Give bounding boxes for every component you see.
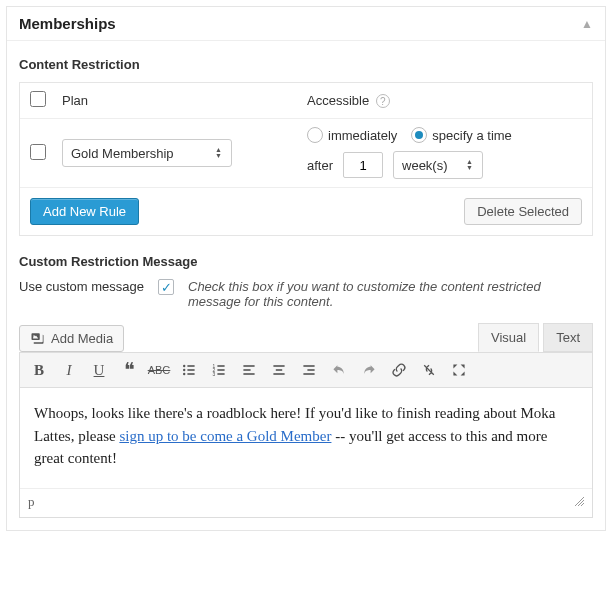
svg-text:3: 3 (213, 372, 216, 377)
svg-rect-19 (307, 369, 314, 371)
custom-message-row: Use custom message Check this box if you… (19, 279, 593, 309)
access-immediately-radio[interactable]: immediately (307, 127, 397, 143)
strikethrough-icon[interactable]: ABC (146, 357, 172, 383)
plan-select-input[interactable]: Gold Membership (63, 140, 196, 166)
align-center-icon[interactable] (266, 357, 292, 383)
blockquote-icon[interactable]: ❝ (116, 357, 142, 383)
editor-content[interactable]: Whoops, looks like there's a roadblock h… (19, 388, 593, 518)
rules-footer: Add New Rule Delete Selected (20, 187, 592, 235)
undo-icon[interactable] (326, 357, 352, 383)
radio-icon (411, 127, 427, 143)
svg-rect-12 (243, 365, 254, 367)
after-label: after (307, 158, 333, 173)
row-select-checkbox[interactable] (30, 144, 46, 160)
numbered-list-icon[interactable]: 123 (206, 357, 232, 383)
radio-label-immediately: immediately (328, 128, 397, 143)
column-header-plan: Plan (62, 93, 307, 108)
italic-icon[interactable]: I (56, 357, 82, 383)
column-header-accessible: Accessible ? (307, 93, 582, 109)
redo-icon[interactable] (356, 357, 382, 383)
bullet-list-icon[interactable] (176, 357, 202, 383)
link-icon[interactable] (386, 357, 412, 383)
align-left-icon[interactable] (236, 357, 262, 383)
svg-point-0 (183, 365, 185, 367)
align-right-icon[interactable] (296, 357, 322, 383)
svg-rect-17 (273, 373, 284, 375)
svg-rect-13 (243, 369, 250, 371)
svg-rect-1 (187, 365, 194, 367)
svg-rect-5 (187, 373, 194, 375)
panel-title: Memberships (19, 15, 116, 32)
bold-icon[interactable]: B (26, 357, 52, 383)
memberships-metabox: Memberships ▲ Content Restriction Plan A… (6, 6, 606, 531)
select-arrows-icon: ▲▼ (466, 152, 478, 178)
add-media-button[interactable]: Add Media (19, 325, 124, 352)
select-arrows-icon: ▲▼ (215, 140, 227, 166)
metabox-body: Content Restriction Plan Accessible ? (7, 41, 605, 530)
tab-text[interactable]: Text (543, 323, 593, 352)
editor-toolbar: B I U ❝ ABC 123 (19, 352, 593, 388)
delay-unit-select[interactable]: week(s) ▲▼ (393, 151, 483, 179)
add-new-rule-button[interactable]: Add New Rule (30, 198, 139, 225)
svg-rect-15 (273, 365, 284, 367)
svg-point-2 (183, 369, 185, 371)
help-icon[interactable]: ? (376, 94, 390, 108)
content-restriction-heading: Content Restriction (19, 57, 593, 72)
select-all-checkbox[interactable] (30, 91, 46, 107)
delete-selected-button[interactable]: Delete Selected (464, 198, 582, 225)
editor-path-bar: p (20, 488, 592, 515)
delay-amount-input[interactable] (343, 152, 383, 178)
svg-rect-20 (303, 373, 314, 375)
media-icon (30, 331, 45, 346)
editor-top-bar: Add Media Visual Text (19, 323, 593, 352)
svg-rect-9 (217, 369, 224, 371)
rules-table: Plan Accessible ? Gold Membership ▲▼ (19, 82, 593, 236)
fullscreen-icon[interactable] (446, 357, 472, 383)
svg-rect-18 (303, 365, 314, 367)
underline-icon[interactable]: U (86, 357, 112, 383)
svg-rect-14 (243, 373, 254, 375)
svg-rect-11 (217, 373, 224, 375)
svg-point-4 (183, 373, 185, 375)
radio-icon (307, 127, 323, 143)
delay-unit-select-input[interactable]: week(s) (394, 152, 470, 178)
custom-message-hint: Check this box if you want to customize … (188, 279, 593, 309)
element-path[interactable]: p (28, 492, 35, 512)
custom-message-heading: Custom Restriction Message (19, 254, 593, 269)
use-custom-message-checkbox[interactable] (158, 279, 174, 295)
svg-rect-3 (187, 369, 194, 371)
use-custom-message-label: Use custom message (19, 279, 144, 294)
unlink-icon[interactable] (416, 357, 442, 383)
table-row: Gold Membership ▲▼ immediately specify (20, 119, 592, 187)
tab-visual[interactable]: Visual (478, 323, 539, 352)
radio-label-specify: specify a time (432, 128, 511, 143)
access-specify-radio[interactable]: specify a time (411, 127, 511, 143)
svg-rect-16 (276, 369, 282, 371)
resize-handle-icon[interactable] (570, 496, 584, 506)
metabox-header[interactable]: Memberships ▲ (7, 7, 605, 41)
svg-rect-7 (217, 365, 224, 367)
editor-link[interactable]: sign up to be come a Gold Member (119, 428, 331, 444)
rules-table-header: Plan Accessible ? (20, 83, 592, 119)
plan-select[interactable]: Gold Membership ▲▼ (62, 139, 232, 167)
collapse-icon[interactable]: ▲ (581, 17, 593, 31)
editor-tabs: Visual Text (478, 323, 593, 352)
